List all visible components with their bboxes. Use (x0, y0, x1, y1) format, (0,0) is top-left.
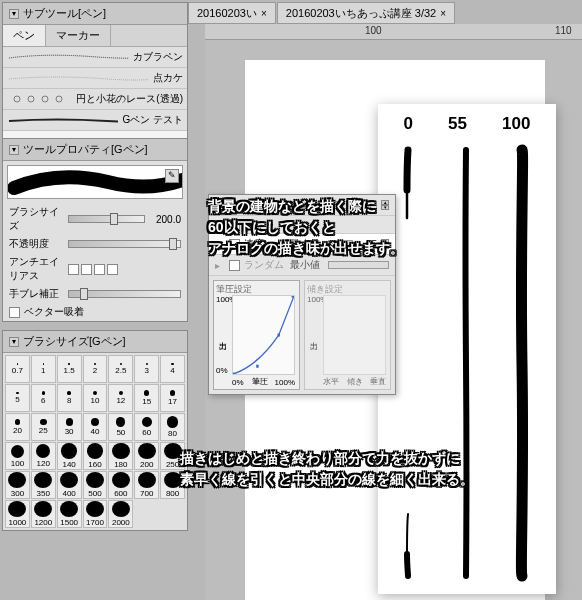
size-cell[interactable]: 600 (108, 471, 133, 499)
brush-item[interactable]: 円と小花のレース(透過) (3, 89, 187, 110)
size-label: 500 (88, 489, 101, 498)
graph-canvas[interactable] (323, 295, 386, 375)
prop-opacity[interactable]: 不透明度 (3, 235, 187, 253)
size-cell[interactable]: 160 (83, 442, 108, 470)
size-label: 15 (142, 397, 151, 406)
size-cell[interactable]: 4 (160, 355, 185, 383)
size-dot (164, 472, 182, 488)
size-cell[interactable]: 2.5 (108, 355, 133, 383)
size-cell[interactable]: 700 (134, 471, 159, 499)
size-cell[interactable]: 120 (31, 442, 56, 470)
size-cell[interactable]: 1000 (5, 500, 30, 528)
size-dot (167, 416, 179, 428)
wrench-icon[interactable]: ✎ (165, 169, 179, 183)
size-label: 4 (170, 366, 174, 375)
size-cell[interactable]: 180 (108, 442, 133, 470)
svg-rect-7 (292, 296, 294, 298)
size-cell[interactable]: 200 (134, 442, 159, 470)
stroke-label-55: 55 (448, 114, 467, 134)
size-cell[interactable]: 1 (31, 355, 56, 383)
size-dot (170, 390, 175, 395)
panel-menu-icon[interactable]: ▾ (9, 337, 19, 347)
prop-label: 手ブレ補正 (9, 287, 64, 301)
size-cell[interactable]: 500 (83, 471, 108, 499)
close-icon[interactable]: × (261, 8, 267, 19)
expand-icon[interactable]: ▸ (215, 260, 225, 271)
opacity-slider[interactable] (68, 240, 181, 248)
size-dot (116, 417, 125, 426)
size-cell[interactable]: 1700 (83, 500, 108, 528)
size-cell[interactable]: 50 (108, 413, 133, 441)
tilt-graph[interactable]: 傾き設定 100% 出力 水平 傾き 垂直 (304, 280, 391, 390)
size-cell[interactable]: 30 (57, 413, 82, 441)
size-cell[interactable]: 2000 (108, 500, 133, 528)
size-cell[interactable]: 12 (108, 384, 133, 412)
size-label: 1500 (60, 518, 78, 527)
aa-option[interactable] (107, 264, 118, 275)
size-cell[interactable]: 2 (83, 355, 108, 383)
size-cell[interactable]: 400 (57, 471, 82, 499)
size-dot (138, 472, 156, 488)
random-min-slider[interactable] (328, 261, 389, 269)
size-cell[interactable]: 1500 (57, 500, 82, 528)
size-label: 50 (116, 428, 125, 437)
vector-checkbox[interactable] (9, 307, 20, 318)
panel-menu-icon[interactable]: ▾ (9, 145, 19, 155)
prop-stabilize[interactable]: 手ブレ補正 (3, 285, 187, 303)
size-cell[interactable]: 10 (83, 384, 108, 412)
size-cell[interactable]: 0.7 (5, 355, 30, 383)
prop-vector[interactable]: ベクター吸着 (3, 303, 187, 321)
tab-pen[interactable]: ペン (3, 25, 46, 46)
close-icon[interactable]: × (440, 8, 446, 19)
size-cell[interactable]: 8 (57, 384, 82, 412)
size-cell[interactable]: 3 (134, 355, 159, 383)
size-cell[interactable]: 140 (57, 442, 82, 470)
size-cell[interactable]: 80 (160, 413, 185, 441)
size-cell[interactable]: 25 (31, 413, 56, 441)
document-tab-bar: 20160203い × 20160203いちあっぷ講座 3/32 × (188, 2, 455, 24)
brush-item[interactable]: Gペン テスト (3, 110, 187, 131)
size-cell[interactable]: 1.5 (57, 355, 82, 383)
size-label: 12 (116, 396, 125, 405)
size-dot (16, 392, 19, 395)
graph-canvas[interactable] (232, 295, 295, 375)
size-cell[interactable]: 350 (31, 471, 56, 499)
brushsize-slider[interactable] (68, 215, 145, 223)
panel-menu-icon[interactable]: ▾ (9, 9, 19, 19)
size-cell[interactable]: 100 (5, 442, 30, 470)
aa-option[interactable] (81, 264, 92, 275)
size-cell[interactable]: 20 (5, 413, 30, 441)
panel-title-bar[interactable]: ▾ ブラシサイズ[Gペン] (3, 331, 187, 353)
panel-title-bar[interactable]: ▾ ツールプロパティ[Gペン] (3, 139, 187, 161)
size-cell[interactable]: 5 (5, 384, 30, 412)
size-label: 160 (88, 460, 101, 469)
prop-brushsize[interactable]: ブラシサイズ 200.0 (3, 203, 187, 235)
size-dot (94, 363, 96, 365)
svg-point-2 (42, 96, 48, 102)
aa-option[interactable] (68, 264, 79, 275)
brush-item[interactable]: カブラペン (3, 47, 187, 68)
panel-title-bar[interactable]: ▾ サブツール[ペン] (3, 3, 187, 25)
axis-label: 傾き (347, 376, 363, 387)
size-cell[interactable]: 17 (160, 384, 185, 412)
size-cell[interactable]: 300 (5, 471, 30, 499)
aa-option[interactable] (94, 264, 105, 275)
random-checkbox[interactable] (229, 260, 240, 271)
size-cell[interactable]: 1200 (31, 500, 56, 528)
size-cell[interactable]: 15 (134, 384, 159, 412)
stabilize-slider[interactable] (68, 290, 181, 298)
size-dot (93, 391, 97, 395)
prop-antialias[interactable]: アンチエイリアス (3, 253, 187, 285)
stroke-demo-card: 0 55 100 (378, 104, 556, 594)
doc-tab-1[interactable]: 20160203い × (188, 2, 276, 24)
axis-tick: 0% (232, 378, 244, 387)
brush-item[interactable]: 点カケ (3, 68, 187, 89)
size-dot (34, 501, 52, 517)
pressure-graph[interactable]: 筆圧設定 100% 出力 0% 0% 筆圧 100% (213, 280, 300, 390)
size-label: 800 (166, 489, 179, 498)
size-cell[interactable]: 40 (83, 413, 108, 441)
size-cell[interactable]: 6 (31, 384, 56, 412)
doc-tab-2[interactable]: 20160203いちあっぷ講座 3/32 × (277, 2, 455, 24)
tab-marker[interactable]: マーカー (46, 25, 111, 46)
size-cell[interactable]: 60 (134, 413, 159, 441)
